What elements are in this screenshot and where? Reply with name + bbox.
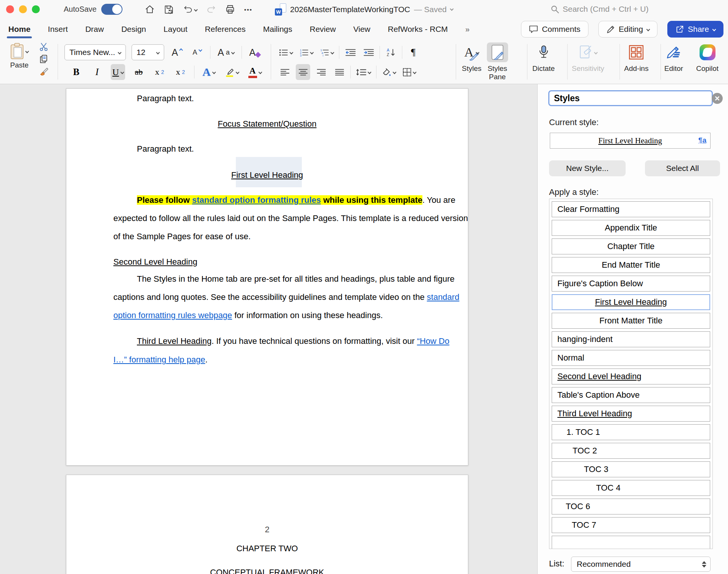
style-item-toc-3[interactable]: TOC 3 (552, 461, 710, 477)
style-item-clear-formatting[interactable]: Clear Formatting (552, 201, 710, 217)
doc-link[interactable]: standard (427, 292, 460, 302)
style-item-blank[interactable] (552, 536, 710, 549)
style-item-first-level-heading[interactable]: First Level Heading (552, 294, 710, 310)
undo-dropdown-chevron[interactable] (194, 8, 198, 11)
style-item-normal[interactable]: Normal (552, 350, 710, 366)
align-center-button[interactable] (296, 64, 310, 80)
numbering-button[interactable]: 123 (298, 44, 315, 60)
tab-design[interactable]: Design (121, 25, 146, 34)
superscript-button[interactable]: x2 (173, 64, 188, 80)
clear-formatting-button[interactable]: A (248, 44, 262, 60)
paste-dropdown-chevron[interactable] (25, 49, 29, 53)
document-page-1[interactable]: Paragraph text.Focus Statement/QuestionP… (66, 88, 468, 466)
cut-button[interactable] (39, 42, 48, 51)
style-item-front-matter-title[interactable]: Front Matter Title (552, 313, 710, 329)
doc-link[interactable]: option formatting rules webpage (113, 311, 232, 320)
justify-button[interactable] (332, 64, 347, 80)
tab-home[interactable]: Home (8, 25, 30, 34)
tab-review[interactable]: Review (310, 25, 336, 34)
shading-button[interactable] (380, 64, 397, 80)
tab-refworks-rcm[interactable]: RefWorks - RCM (388, 25, 448, 34)
copilot-button[interactable]: Copilot (696, 42, 719, 73)
styles-gallery-button[interactable]: A Styles (462, 42, 482, 73)
copy-button[interactable] (39, 55, 48, 63)
print-button[interactable] (225, 5, 235, 14)
style-item-end-matter-title[interactable]: End Matter Title (552, 257, 710, 273)
format-painter-button[interactable] (39, 67, 48, 75)
redo-button[interactable] (206, 5, 216, 14)
more-commands-button[interactable]: ••• (244, 6, 253, 13)
subscript-button[interactable]: x2 (152, 64, 167, 80)
grow-font-button[interactable]: A (170, 44, 184, 60)
tab-view[interactable]: View (353, 25, 370, 34)
multilevel-list-button[interactable]: 1ai (318, 44, 335, 60)
sort-button[interactable]: AZ (384, 44, 398, 60)
tab-insert[interactable]: Insert (48, 25, 68, 34)
autosave-toggle[interactable] (101, 4, 122, 15)
comments-button[interactable]: Comments (521, 21, 588, 38)
highlight-color-button[interactable] (223, 64, 240, 80)
new-style-button[interactable]: New Style... (549, 160, 626, 176)
tab-draw[interactable]: Draw (85, 25, 104, 34)
font-color-button[interactable]: A (247, 64, 263, 80)
style-item-table-s-caption-above[interactable]: Table's Caption Above (552, 387, 710, 403)
dictate-button[interactable]: Dictate (532, 42, 555, 73)
underline-button[interactable]: U (111, 64, 125, 80)
document-title-area[interactable]: W 2026MasterTemplateWorkingTOC — Saved (275, 3, 453, 16)
select-all-button[interactable]: Select All (645, 160, 720, 176)
style-item-third-level-heading[interactable]: Third Level Heading (552, 406, 710, 422)
font-name-select[interactable]: Times New... (64, 44, 126, 60)
bold-button[interactable]: B (69, 64, 83, 80)
borders-button[interactable] (401, 64, 417, 80)
bullets-button[interactable] (278, 44, 294, 60)
underline-dropdown-chevron[interactable] (120, 70, 124, 74)
undo-button[interactable] (183, 5, 197, 14)
close-window-button[interactable] (6, 5, 14, 13)
style-item-1-toc-1[interactable]: 1. TOC 1 (552, 424, 710, 440)
doc-link[interactable]: standard option formatting rules (192, 195, 321, 205)
title-dropdown-chevron[interactable] (450, 7, 454, 11)
style-item-hanging-indent[interactable]: hanging-indent (552, 331, 710, 347)
editor-button[interactable]: Editor (664, 42, 683, 73)
line-spacing-button[interactable] (355, 64, 372, 80)
styles-pane-search-input[interactable] (548, 90, 713, 106)
doc-link[interactable]: I…” formatting help page (113, 355, 205, 364)
zoom-window-button[interactable] (32, 5, 40, 13)
increase-indent-button[interactable] (361, 44, 376, 60)
align-right-button[interactable] (314, 64, 328, 80)
tab-overflow-button[interactable]: » (465, 25, 469, 34)
styles-pane-toggle[interactable]: StylesPane (487, 42, 508, 81)
tab-references[interactable]: References (205, 25, 245, 34)
style-item-figure-s-caption-below[interactable]: Figure's Caption Below (552, 276, 710, 292)
save-button[interactable] (164, 5, 174, 15)
share-button[interactable]: Share (667, 21, 723, 38)
list-filter-dropdown[interactable]: Recommended (571, 557, 711, 572)
style-item-toc-2[interactable]: TOC 2 (552, 443, 710, 459)
change-case-button[interactable]: Aa (216, 44, 236, 60)
editing-mode-button[interactable]: Editing (598, 21, 657, 38)
tab-layout[interactable]: Layout (163, 25, 187, 34)
paste-button[interactable]: Paste (5, 42, 33, 75)
search-bar[interactable]: Search (Cmd + Ctrl + U) (551, 5, 648, 14)
style-item-chapter-title[interactable]: Chapter Title (552, 238, 710, 254)
shrink-font-button[interactable]: A (190, 44, 204, 60)
italic-button[interactable]: I (90, 64, 104, 80)
close-pane-button[interactable]: ✕ (712, 93, 723, 104)
minimize-window-button[interactable] (19, 5, 27, 13)
doc-link[interactable]: “How Do (417, 336, 450, 346)
addins-button[interactable]: Add-ins (624, 42, 648, 73)
align-left-button[interactable] (278, 64, 292, 80)
tab-mailings[interactable]: Mailings (263, 25, 292, 34)
style-item-toc-7[interactable]: TOC 7 (552, 517, 710, 533)
text-effects-button[interactable]: A (201, 64, 217, 80)
home-button[interactable] (145, 5, 155, 14)
strikethrough-button[interactable]: ab (132, 64, 146, 80)
style-item-second-level-heading[interactable]: Second Level Heading (552, 369, 710, 384)
style-item-toc-4[interactable]: TOC 4 (552, 480, 710, 496)
style-item-appendix-title[interactable]: Appendix Title (552, 220, 710, 236)
style-item-toc-6[interactable]: TOC 6 (552, 499, 710, 514)
font-size-select[interactable]: 12 (132, 44, 164, 60)
decrease-indent-button[interactable] (343, 44, 358, 60)
show-paragraph-marks-button[interactable]: ¶ (406, 44, 420, 60)
document-page-2[interactable]: 2CHAPTER TWOCONCEPTUAL FRAMEWORK (66, 475, 468, 574)
